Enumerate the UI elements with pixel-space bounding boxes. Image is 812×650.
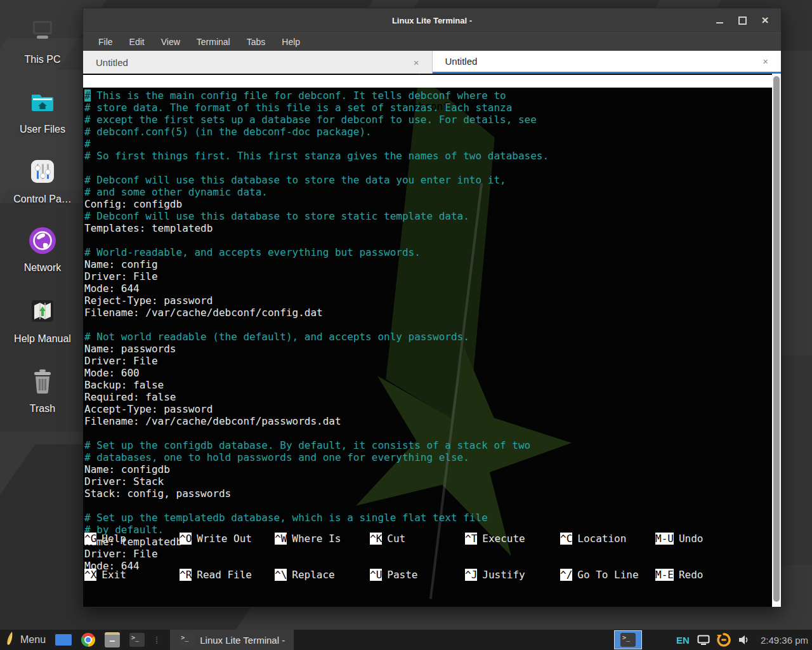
terminal-line: Name: passwords: [84, 343, 771, 355]
nano-shortcut-bar: ^GHelp^OWrite Out^WWhere Is^KCut^TExecut…: [84, 508, 771, 605]
desktop-icon-label: Network: [24, 262, 62, 274]
maximize-button[interactable]: [738, 16, 747, 25]
terminal-line: # Debconf will use this database to stor…: [84, 174, 771, 186]
menu-item-file[interactable]: File: [98, 37, 113, 47]
menu-item-terminal[interactable]: Terminal: [197, 37, 230, 47]
nano-shortcut: M-ERedo: [655, 569, 750, 581]
chrome-icon[interactable]: [81, 633, 95, 647]
terminal-line: Filename: /var/cache/debconf/passwords.d…: [84, 415, 771, 427]
window-titlebar[interactable]: Linux Lite Terminal - ×: [83, 8, 781, 32]
keyboard-layout-indicator[interactable]: EN: [676, 635, 690, 646]
terminal-line: #: [84, 138, 771, 150]
desktop-icon-this-pc[interactable]: This PC: [0, 17, 85, 65]
nano-shortcut: M-UUndo: [655, 533, 750, 545]
taskbar-window-title: Linux Lite Terminal -: [200, 635, 285, 646]
taskbar: Menu >_ ⁞ >_ Linux Lite Terminal - >_ EN…: [0, 630, 812, 650]
close-button[interactable]: ×: [761, 16, 769, 25]
terminal-line: [84, 319, 771, 331]
menu-label: Menu: [20, 634, 46, 646]
menu-bar: FileEditViewTerminalTabsHelp: [83, 32, 781, 51]
nano-title-bar: GNU nano 7.2 /etc/debconf.conf: [83, 75, 772, 88]
terminal-screen[interactable]: GNU nano 7.2 /etc/debconf.conf # This is…: [83, 74, 781, 607]
tray-terminal-button[interactable]: >_: [614, 630, 642, 649]
volume-icon[interactable]: [738, 634, 749, 646]
tab-label: Untitled: [445, 56, 478, 67]
terminal-line: Templates: templatedb: [84, 222, 771, 234]
taskbar-separator: ⁞: [155, 635, 157, 646]
terminal-line: Name: configdb: [84, 463, 771, 475]
nano-shortcut: ^JJustify: [465, 569, 560, 581]
desktop-icon-label: Trash: [30, 403, 55, 415]
network-globe-icon: [28, 226, 57, 258]
desktop-icon-trash[interactable]: Trash: [0, 367, 85, 415]
menu-item-edit[interactable]: Edit: [129, 37, 145, 47]
taskbar-window-button[interactable]: >_ Linux Lite Terminal -: [170, 630, 294, 650]
terminal-scrollbar[interactable]: [772, 74, 781, 607]
tab-close-icon[interactable]: ×: [763, 56, 768, 67]
control-panel-icon: [27, 156, 58, 189]
terminal-line: Mode: 644: [84, 282, 771, 295]
desktop-icon-label: This PC: [25, 54, 61, 65]
update-notifier-icon[interactable]: [716, 632, 731, 647]
terminal-line: Required: false: [84, 391, 771, 403]
nano-buffer: # This is the main config file for debco…: [84, 90, 771, 572]
terminal-window: Linux Lite Terminal - × FileEditViewTerm…: [82, 8, 782, 607]
menu-item-help[interactable]: Help: [282, 37, 300, 47]
terminal-line: # Set up the configdb database. By defau…: [84, 439, 771, 451]
minimize-button[interactable]: [715, 16, 724, 25]
terminal-line: # store data. The format of this file is…: [84, 102, 771, 114]
desktop-icon-label: User Files: [20, 124, 65, 135]
terminal-line: Name: config: [84, 258, 771, 270]
terminal-icon: >_: [620, 633, 636, 647]
terminal-line: Backup: false: [84, 379, 771, 391]
terminal-line: # except the first sets up a database fo…: [84, 114, 771, 126]
text-cursor: #: [84, 90, 91, 102]
desktop-icon-network[interactable]: Network: [0, 226, 85, 274]
terminal-line: [84, 234, 771, 246]
clock[interactable]: 2:49:36 pm: [761, 635, 808, 646]
start-menu-button[interactable]: Menu: [5, 631, 46, 649]
terminal-line: # Debconf will use this database to stor…: [84, 210, 771, 222]
terminal-line: # debconf.conf(5) (in the debconf-doc pa…: [84, 126, 771, 138]
file-manager-icon[interactable]: [105, 632, 120, 647]
computer-icon: [27, 17, 58, 50]
tab-untitled-2[interactable]: Untitled ×: [433, 51, 782, 74]
terminal-line: Driver: File: [84, 355, 771, 367]
terminal-line: # databases, one to hold passwords and o…: [84, 451, 771, 463]
desktop-icon-control-panel[interactable]: Control Pa…: [0, 156, 85, 205]
tab-untitled-1[interactable]: Untitled ×: [83, 51, 433, 74]
tab-label: Untitled: [96, 57, 128, 68]
desktop-icon-help-manual[interactable]: Help Manual: [0, 296, 85, 345]
tab-bar: Untitled × Untitled ×: [83, 51, 781, 74]
terminal-line: [84, 427, 771, 439]
nano-shortcut: ^OWrite Out: [180, 533, 275, 545]
scrollbar-thumb[interactable]: [773, 76, 780, 602]
terminal-line: # World-readable, and accepts everything…: [84, 246, 771, 258]
terminal-line: Driver: File: [84, 270, 771, 282]
terminal-line: # and some other dynamic data.: [84, 186, 771, 198]
terminal-launcher-icon[interactable]: >_: [129, 633, 145, 647]
terminal-line: # This is the main config file for debco…: [84, 90, 771, 102]
terminal-line: Reject-Type: password: [84, 295, 771, 307]
nano-shortcut: ^RRead File: [180, 569, 275, 581]
trash-icon: [28, 367, 57, 399]
window-title: Linux Lite Terminal -: [83, 16, 781, 25]
menu-item-tabs[interactable]: Tabs: [247, 37, 266, 47]
terminal-line: [84, 162, 771, 174]
menu-item-view[interactable]: View: [161, 37, 180, 47]
terminal-line: # Not world readable (the default), and …: [84, 331, 771, 343]
nano-shortcut: ^\Replace: [275, 569, 370, 581]
terminal-line: # So first things first. This first stan…: [84, 150, 771, 162]
tab-close-icon[interactable]: ×: [414, 57, 419, 68]
desktop-icon-user-files[interactable]: User Files: [0, 86, 85, 135]
workspace-pager[interactable]: [55, 634, 72, 646]
display-settings-icon[interactable]: [697, 635, 710, 646]
nano-shortcut: ^XExit: [84, 569, 180, 581]
terminal-line: Stack: config, passwords: [84, 488, 771, 500]
folder-home-icon: [27, 86, 58, 119]
nano-shortcut: ^GHelp: [84, 533, 180, 545]
linux-lite-feather-icon: [5, 631, 15, 649]
desktop-icon-label: Help Manual: [14, 333, 71, 345]
nano-shortcut: ^CLocation: [560, 533, 655, 545]
terminal-line: Filename: /var/cache/debconf/config.dat: [84, 307, 771, 319]
